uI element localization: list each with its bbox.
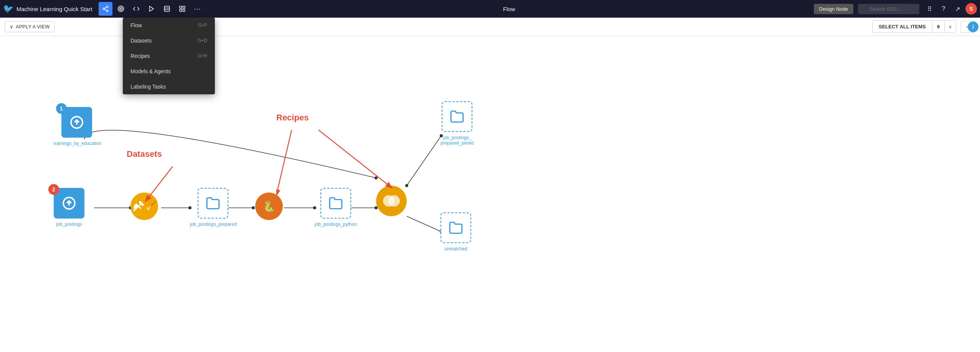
python-recipe-circle[interactable]: 🐍	[255, 192, 283, 220]
flow-label: Flow	[206, 6, 812, 12]
play-icon-btn[interactable]	[145, 2, 158, 16]
badge-1: 1	[56, 103, 67, 114]
datasets-annotation: Datasets	[127, 149, 162, 159]
badge-2: 2	[48, 184, 59, 195]
dropdown-flow-label: Flow	[130, 22, 142, 28]
svg-point-37	[388, 195, 400, 207]
share-icon-btn[interactable]	[99, 2, 112, 16]
node-job-postings-python[interactable]: job_postings_python	[315, 188, 357, 227]
job-postings-prepared-label: job_postings_prepared	[190, 222, 236, 227]
node-python-recipe[interactable]: 🐍	[255, 192, 283, 220]
svg-point-28	[375, 176, 378, 179]
earnings-node-box[interactable]	[61, 107, 92, 138]
select-all-area: SELECT ALL ITEMS 9 ∨	[872, 20, 956, 33]
job-postings-label: job_postings	[56, 222, 82, 227]
dropdown-item-recipes[interactable]: Recipes G+R	[123, 48, 215, 64]
svg-marker-8	[149, 6, 153, 12]
dropdown-models-label: Models & Agents	[130, 68, 171, 74]
user-avatar[interactable]: S	[965, 3, 977, 15]
apply-view-button[interactable]: ∨ APPLY A VIEW	[5, 21, 54, 32]
dropdown-item-models[interactable]: Models & Agents	[123, 64, 215, 79]
svg-point-25	[252, 206, 255, 209]
svg-rect-13	[183, 6, 185, 8]
join-recipe-circle[interactable]	[376, 186, 407, 216]
prepare-recipe-circle[interactable]: 🧹	[130, 192, 158, 220]
top-nav: 🐦 Machine Learning Quick Start ··· Flow	[0, 0, 980, 18]
layers-icon-btn[interactable]	[160, 2, 174, 16]
target-icon-btn[interactable]	[114, 2, 128, 16]
svg-line-4	[104, 7, 106, 8]
select-count: 9	[932, 21, 944, 33]
svg-line-40	[318, 130, 391, 188]
app-logo: 🐦	[3, 4, 13, 14]
earnings-label: earnings_by_education	[54, 141, 100, 146]
svg-line-3	[104, 9, 106, 10]
dropdown-datasets-shortcut: G+D	[198, 38, 207, 43]
prepared-joined-box[interactable]	[442, 101, 472, 132]
svg-point-1	[103, 8, 105, 10]
svg-rect-15	[183, 10, 185, 12]
recipes-arrow-2	[315, 126, 411, 195]
svg-point-2	[106, 10, 108, 12]
dropdown-item-labeling[interactable]: Labeling Tasks	[123, 79, 215, 94]
app-title: Machine Learning Quick Start	[16, 6, 92, 12]
info-button[interactable]: i	[968, 21, 978, 32]
help-icon[interactable]: ?	[938, 3, 949, 15]
grid-icon-btn[interactable]	[175, 2, 189, 16]
recipes-annotation: Recipes	[276, 113, 309, 123]
node-job-postings-prepared[interactable]: job_postings_prepared	[190, 188, 236, 227]
select-all-button[interactable]: SELECT ALL ITEMS	[873, 21, 932, 33]
svg-line-21	[407, 136, 441, 186]
job-postings-python-label: job_postings_python	[315, 222, 357, 227]
dropdown-recipes-label: Recipes	[130, 53, 150, 59]
job-postings-node-box[interactable]	[54, 188, 84, 219]
more-icon-btn[interactable]: ···	[191, 2, 205, 16]
svg-point-0	[106, 6, 108, 8]
design-node-button[interactable]: Design Node	[814, 4, 853, 14]
apps-grid-icon[interactable]: ⠿	[924, 3, 935, 15]
nav-right-icons: ⠿ ? ↗ S	[924, 3, 977, 15]
svg-point-7	[120, 8, 121, 10]
node-join-recipe[interactable]	[376, 186, 407, 216]
code-icon-btn[interactable]	[129, 2, 143, 16]
node-job-postings[interactable]: 2 job_postings	[54, 188, 84, 227]
dropdown-recipes-shortcut: G+R	[198, 53, 207, 59]
job-postings-prepared-box[interactable]	[198, 188, 228, 219]
unmatched-label: unmatched	[444, 246, 467, 252]
share-link-icon[interactable]: ↗	[952, 3, 963, 15]
search-wrapper: 🔍	[858, 4, 919, 14]
prepared-joined-label: job_postings_prepared_joined	[441, 135, 474, 146]
dropdown-flow-shortcut: G+F	[198, 23, 207, 28]
svg-rect-12	[180, 6, 181, 8]
dropdown-menu: Flow G+F Datasets G+D Recipes G+R Models…	[123, 18, 215, 94]
svg-rect-9	[164, 6, 170, 12]
svg-line-39	[276, 130, 292, 195]
unmatched-box[interactable]	[441, 212, 471, 243]
node-earnings[interactable]: 1 earnings_by_education	[54, 107, 100, 146]
dropdown-datasets-label: Datasets	[130, 38, 152, 44]
svg-rect-14	[180, 10, 181, 12]
dropdown-item-datasets[interactable]: Datasets G+D	[123, 33, 215, 48]
apply-view-label: APPLY A VIEW	[16, 24, 49, 30]
node-prepare-recipe[interactable]: 🧹	[130, 192, 158, 220]
search-input[interactable]	[858, 4, 919, 14]
svg-point-6	[119, 7, 122, 11]
job-postings-python-box[interactable]	[320, 188, 351, 219]
node-prepared-joined[interactable]: job_postings_prepared_joined	[441, 101, 474, 146]
select-dropdown-button[interactable]: ∨	[944, 21, 956, 33]
dropdown-labeling-label: Labeling Tasks	[130, 84, 166, 90]
svg-line-22	[407, 216, 441, 232]
node-unmatched[interactable]: unmatched	[441, 212, 471, 252]
dropdown-item-flow[interactable]: Flow G+F	[123, 18, 215, 33]
chevron-down-icon: ∨	[10, 24, 13, 30]
